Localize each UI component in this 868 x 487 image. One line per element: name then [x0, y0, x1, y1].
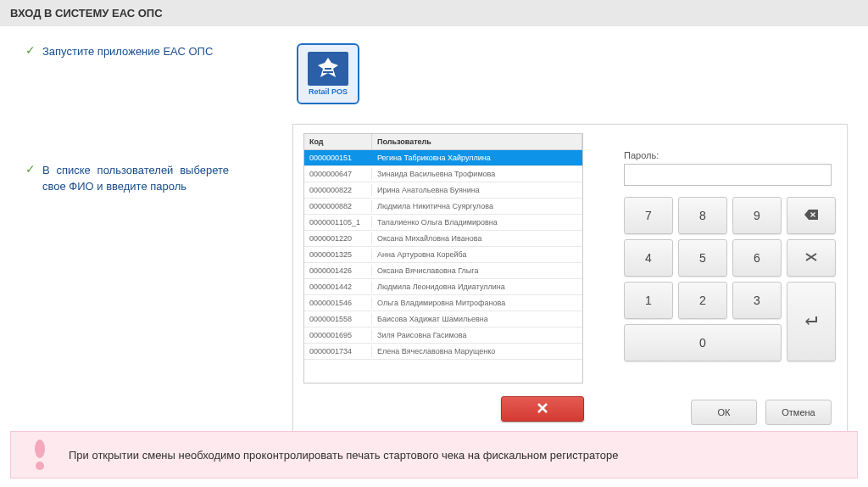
key-backspace[interactable]: [787, 197, 836, 234]
cancel-button[interactable]: Отмена: [765, 400, 832, 425]
page-header: ВХОД В СИСТЕМУ ЕАС ОПС: [0, 0, 868, 26]
key-9[interactable]: 9: [732, 197, 782, 234]
user-table: Код Пользователь 0000000151Регина Табрик…: [303, 133, 583, 383]
cell-code: 0000001734: [304, 345, 372, 357]
table-row[interactable]: 0000001546Ольга Владимировна Митрофанова: [304, 295, 582, 311]
table-row[interactable]: 0000001695Зиля Раисовна Гасимова: [304, 327, 582, 344]
cell-name: Ольга Владимировна Митрофанова: [372, 297, 582, 309]
instruction-1: ✓ Запустите приложение ЕАС ОПС: [25, 43, 843, 60]
table-row[interactable]: 0000001220Оксана Михайловна Иванова: [304, 231, 582, 247]
key-8[interactable]: 8: [678, 197, 727, 234]
login-panel: Код Пользователь 0000000151Регина Табрик…: [292, 124, 848, 438]
cell-name: Людмила Никитична Суяргулова: [372, 200, 582, 212]
check-icon: ✓: [25, 162, 36, 176]
cell-code: 0000000151: [304, 152, 372, 164]
th-code: Код: [304, 134, 372, 149]
ok-button[interactable]: ОК: [691, 400, 757, 425]
svg-point-1: [36, 462, 44, 470]
cell-name: Баисова Хадижат Шамильевна: [372, 313, 582, 325]
cell-code: 0000001442: [304, 281, 372, 293]
key-enter[interactable]: [787, 282, 836, 361]
check-icon: ✓: [25, 43, 36, 57]
password-section: Пароль:: [624, 150, 832, 186]
key-5[interactable]: 5: [678, 239, 727, 277]
table-header-row: Код Пользователь: [304, 134, 582, 150]
cell-code: 0000000822: [304, 184, 372, 196]
cell-code: 0000001105_1: [304, 216, 372, 228]
footer-message: При открытии смены необходимо проконтрол…: [69, 449, 618, 462]
cell-name: Тапалиенко Ольга Владимировна: [372, 216, 582, 228]
content-area: ✓ Запустите приложение ЕАС ОПС ✓ В списк…: [0, 26, 868, 255]
key-6[interactable]: 6: [732, 239, 782, 277]
cell-code: 0000001426: [304, 265, 372, 277]
table-row[interactable]: 0000001426Оксана Вячиславовна Глыга: [304, 263, 582, 279]
app-icon-label: Retail POS: [309, 87, 348, 96]
page-title: ВХОД В СИСТЕМУ ЕАС ОПС: [10, 7, 163, 20]
exclamation-icon: [26, 438, 53, 472]
key-7[interactable]: 7: [624, 197, 673, 234]
key-0[interactable]: 0: [624, 324, 782, 361]
table-row[interactable]: 0000000151Регина Табриковна Хайруллина: [304, 150, 582, 166]
table-row[interactable]: 0000001442Людмила Леонидовна Идиатуллина: [304, 279, 582, 295]
svg-point-0: [35, 439, 45, 458]
close-icon: [537, 402, 548, 417]
cell-name: Зиля Раисовна Гасимова: [372, 329, 582, 341]
numeric-keypad: 7 8 9 4 5 6 1 2 3 0: [624, 197, 836, 361]
table-row[interactable]: 0000001734Елена Вячеславовна Марущенко: [304, 344, 582, 360]
cell-code: 0000001558: [304, 313, 372, 325]
cell-name: Оксана Михайловна Иванова: [372, 232, 582, 244]
table-row[interactable]: 0000000822Ирина Анатольевна Буянина: [304, 182, 582, 199]
app-launcher-icon[interactable]: Retail POS: [297, 43, 359, 104]
close-button[interactable]: [501, 396, 584, 422]
cell-code: 0000000647: [304, 168, 372, 180]
enter-icon: [804, 315, 819, 329]
table-row[interactable]: 0000001325Анна Артуровна Корейба: [304, 247, 582, 263]
cell-code: 0000001220: [304, 232, 372, 244]
table-row[interactable]: 0000000647Зинаида Васильевна Трофимова: [304, 166, 582, 182]
password-input[interactable]: [624, 164, 832, 186]
footer-note: При открытии смены необходимо проконтрол…: [10, 431, 858, 479]
cell-code: 0000001546: [304, 297, 372, 309]
cell-code: 0000001695: [304, 329, 372, 341]
key-clear[interactable]: [787, 239, 836, 277]
cell-name: Регина Табриковна Хайруллина: [372, 152, 582, 164]
instruction-2-text: В списке пользователей выберете свое ФИО…: [42, 162, 229, 195]
key-1[interactable]: 1: [624, 282, 673, 319]
backspace-icon: [804, 209, 819, 223]
action-buttons: ОК Отмена: [691, 400, 832, 425]
table-row[interactable]: 0000001558Баисова Хадижат Шамильевна: [304, 311, 582, 327]
eagle-icon: [308, 52, 348, 86]
clear-icon: [804, 251, 819, 266]
cell-name: Оксана Вячиславовна Глыга: [372, 265, 582, 277]
th-name: Пользователь: [372, 134, 582, 149]
table-row[interactable]: 0000001105_1Тапалиенко Ольга Владимировн…: [304, 215, 582, 231]
key-4[interactable]: 4: [624, 239, 673, 277]
password-label: Пароль:: [624, 150, 832, 160]
cell-code: 0000001325: [304, 249, 372, 260]
cell-name: Людмила Леонидовна Идиатуллина: [372, 281, 582, 293]
table-row[interactable]: 0000000882Людмила Никитична Суяргулова: [304, 199, 582, 215]
cell-name: Ирина Анатольевна Буянина: [372, 184, 582, 196]
instruction-1-text: Запустите приложение ЕАС ОПС: [42, 43, 213, 60]
key-3[interactable]: 3: [732, 282, 782, 319]
cell-code: 0000000882: [304, 200, 372, 212]
cell-name: Елена Вячеславовна Марущенко: [372, 345, 582, 357]
key-2[interactable]: 2: [678, 282, 727, 319]
cell-name: Зинаида Васильевна Трофимова: [372, 168, 582, 180]
cell-name: Анна Артуровна Корейба: [372, 249, 582, 260]
